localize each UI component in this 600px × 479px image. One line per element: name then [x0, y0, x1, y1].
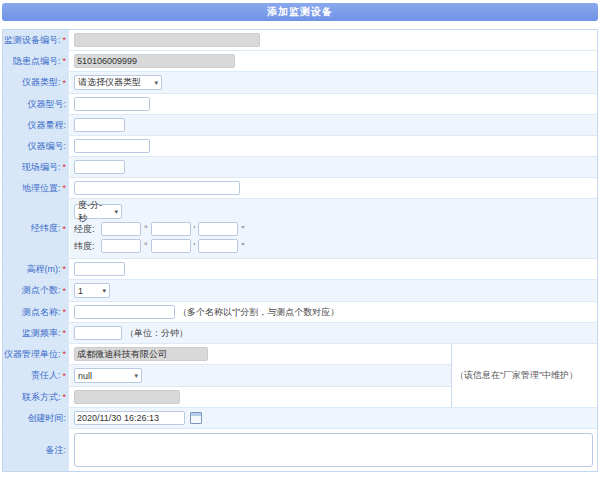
hazard-no-label: 隐患点编号:* [3, 51, 70, 71]
elevation-label: 高程(m):* [3, 259, 70, 279]
row-frequency: 监测频率:* （单位：分钟） [3, 323, 597, 344]
degree-unit: ° [144, 241, 148, 251]
row-instrument-range: 仪器量程: [3, 115, 597, 136]
point-names-hint: （多个名称以“|”分割，与测点个数对应） [178, 306, 339, 319]
label-text: 监测设备编号: [4, 34, 61, 47]
calendar-icon[interactable] [190, 412, 202, 424]
dialog-title: 添加监测设备 [2, 3, 598, 21]
point-count-select[interactable]: 1 ▾ [74, 283, 110, 298]
remark-textarea[interactable] [74, 433, 593, 467]
responsible-person-label: 责任人:* [3, 365, 70, 386]
label-text: 仪器量程: [27, 119, 66, 132]
site-no-label: 现场编号:* [3, 157, 70, 177]
label-text: 仪器类型: [22, 76, 61, 89]
label-text: 仪器型号: [27, 98, 66, 111]
required-marker: * [62, 349, 66, 359]
required-marker: * [62, 56, 66, 66]
label-text: 隐患点编号: [13, 55, 61, 68]
label-text: 现场编号: [22, 161, 61, 174]
frequency-hint: （单位：分钟） [125, 327, 188, 340]
selected-option: 请选择仪器类型 [78, 76, 141, 89]
row-elevation: 高程(m):* [3, 259, 597, 280]
geo-location-input[interactable] [74, 181, 240, 195]
row-instrument-no: 仪器编号: [3, 136, 597, 157]
coordinates-label: 经纬度:* [3, 199, 70, 258]
chevron-down-icon: ▾ [154, 79, 158, 86]
row-contact: 联系方式:* [3, 387, 451, 407]
geo-location-label: 地理位置:* [3, 178, 70, 198]
required-marker: * [62, 224, 66, 234]
longitude-min-input[interactable] [151, 222, 191, 236]
instrument-no-label: 仪器编号: [3, 136, 70, 156]
second-unit: ″ [241, 224, 244, 234]
row-management-unit: 仪器管理单位:* [3, 344, 451, 365]
label-text: 备注: [45, 444, 66, 457]
minute-unit: ′ [194, 241, 196, 251]
latitude-label: 纬度: [74, 240, 98, 253]
contact-input[interactable] [74, 390, 180, 404]
coordinate-format-select[interactable]: 度-分-秒 ▾ [74, 204, 122, 219]
point-names-label: 测点名称:* [3, 302, 70, 322]
management-unit-input[interactable] [74, 347, 208, 361]
frequency-label: 监测频率:* [3, 323, 70, 343]
create-time-label: 创建时间: [3, 408, 70, 428]
row-device-no: 监测设备编号:* [3, 30, 597, 51]
required-marker: * [62, 264, 66, 274]
row-instrument-type: 仪器类型:* 请选择仪器类型 ▾ [3, 72, 597, 94]
label-text: 经纬度: [31, 222, 61, 235]
selected-option: 度-分-秒 [78, 199, 109, 225]
instrument-model-input[interactable] [74, 97, 150, 111]
device-no-input[interactable] [74, 33, 260, 47]
required-marker: * [62, 371, 66, 381]
responsible-person-select[interactable]: null ▾ [74, 368, 142, 383]
management-unit-label: 仪器管理单位:* [3, 344, 70, 364]
selected-option: null [78, 371, 92, 381]
elevation-input[interactable] [74, 262, 125, 276]
row-hazard-no: 隐患点编号:* [3, 51, 597, 72]
create-time-input[interactable] [74, 411, 185, 425]
label-text: 仪器管理单位: [4, 348, 61, 361]
vendor-note-text: （该信息在“厂家管理”中维护） [455, 369, 578, 382]
required-marker: * [62, 328, 66, 338]
label-text: 测点名称: [22, 306, 61, 319]
label-text: 联系方式: [22, 391, 61, 404]
second-unit: ″ [241, 241, 244, 251]
row-geo-location: 地理位置:* [3, 178, 597, 199]
device-no-label: 监测设备编号:* [3, 30, 70, 50]
vendor-note: （该信息在“厂家管理”中维护） [451, 344, 597, 407]
remark-label: 备注: [3, 429, 70, 471]
longitude-deg-input[interactable] [101, 222, 141, 236]
label-text: 地理位置: [22, 182, 61, 195]
instrument-range-input[interactable] [74, 118, 125, 132]
label-text: 高程(m): [26, 263, 60, 276]
instrument-no-input[interactable] [74, 139, 150, 153]
degree-unit: ° [144, 224, 148, 234]
instrument-type-label: 仪器类型:* [3, 72, 70, 93]
frequency-input[interactable] [74, 326, 122, 340]
required-marker: * [62, 307, 66, 317]
row-instrument-model: 仪器型号: [3, 94, 597, 115]
point-names-input[interactable] [74, 305, 175, 319]
row-coordinates: 经纬度:* 度-分-秒 ▾ 经度: ° ′ [3, 199, 597, 259]
point-count-label: 测点个数:* [3, 280, 70, 301]
row-point-names: 测点名称:* （多个名称以“|”分割，与测点个数对应） [3, 302, 597, 323]
label-text: 监测频率: [22, 327, 61, 340]
instrument-type-select[interactable]: 请选择仪器类型 ▾ [74, 75, 162, 90]
latitude-sec-input[interactable] [198, 239, 238, 253]
site-no-input[interactable] [74, 160, 125, 174]
label-text: 创建时间: [27, 412, 66, 425]
latitude-min-input[interactable] [151, 239, 191, 253]
row-responsible-person: 责任人:* null ▾ [3, 365, 451, 387]
row-point-count: 测点个数:* 1 ▾ [3, 280, 597, 302]
instrument-model-label: 仪器型号: [3, 94, 70, 114]
minute-unit: ′ [194, 224, 196, 234]
contact-label: 联系方式:* [3, 387, 70, 407]
row-create-time: 创建时间: [3, 408, 597, 429]
label-text: 仪器编号: [27, 140, 66, 153]
longitude-sec-input[interactable] [198, 222, 238, 236]
row-remark: 备注: [3, 429, 597, 471]
hazard-no-input[interactable] [74, 54, 235, 68]
required-marker: * [62, 392, 66, 402]
latitude-deg-input[interactable] [101, 239, 141, 253]
required-marker: * [62, 35, 66, 45]
